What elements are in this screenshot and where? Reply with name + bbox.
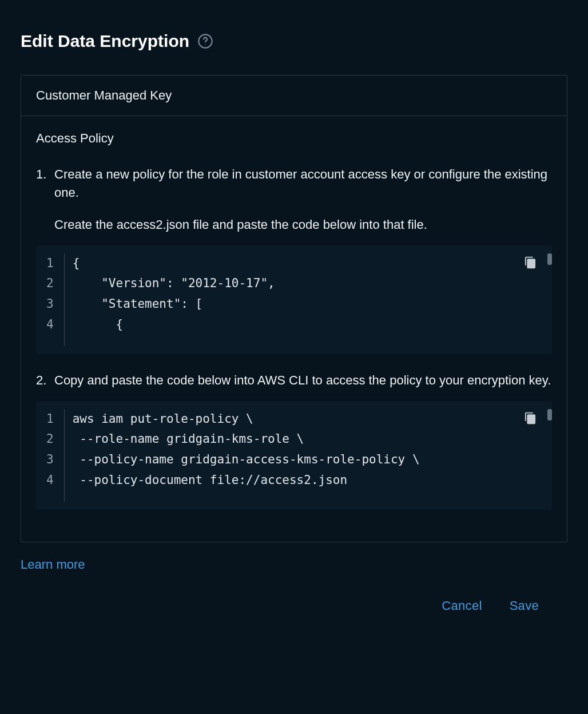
dialog-header: Edit Data Encryption bbox=[21, 31, 567, 51]
code-block-1: 1 2 3 4 { "Version": "2012-10-17", "Stat… bbox=[36, 245, 552, 354]
copy-button[interactable] bbox=[521, 253, 539, 273]
main-panel: Customer Managed Key Access Policy Creat… bbox=[21, 75, 567, 542]
scrollbar-thumb[interactable] bbox=[547, 253, 552, 265]
save-button[interactable]: Save bbox=[510, 598, 539, 613]
svg-rect-3 bbox=[527, 415, 535, 423]
dialog-footer: Cancel Save bbox=[21, 572, 567, 613]
line-gutter: 1 2 3 4 bbox=[36, 409, 64, 491]
svg-rect-2 bbox=[527, 259, 535, 268]
step-1: Create a new policy for the role in cust… bbox=[36, 165, 552, 354]
learn-more-link[interactable]: Learn more bbox=[21, 557, 85, 572]
step-1-text: Create a new policy for the role in cust… bbox=[54, 167, 547, 200]
svg-point-1 bbox=[205, 44, 205, 45]
code-block-2: 1 2 3 4 aws iam put-role-policy \ --role… bbox=[36, 401, 552, 510]
code-content[interactable]: { "Version": "2012-10-17", "Statement": … bbox=[65, 253, 275, 335]
copy-button[interactable] bbox=[521, 409, 539, 429]
code-content[interactable]: aws iam put-role-policy \ --role-name gr… bbox=[65, 409, 420, 491]
help-icon[interactable] bbox=[197, 33, 213, 49]
cancel-button[interactable]: Cancel bbox=[442, 598, 482, 613]
step-2: Copy and paste the code below into AWS C… bbox=[36, 371, 552, 510]
line-gutter: 1 2 3 4 bbox=[36, 253, 64, 335]
step-2-text: Copy and paste the code below into AWS C… bbox=[54, 373, 551, 387]
panel-header: Customer Managed Key bbox=[21, 76, 567, 116]
panel-subtitle: Access Policy bbox=[36, 131, 552, 146]
step-1-subtext: Create the access2.json file and paste t… bbox=[54, 216, 552, 234]
scrollbar-thumb[interactable] bbox=[547, 409, 552, 421]
dialog-title: Edit Data Encryption bbox=[21, 31, 189, 51]
